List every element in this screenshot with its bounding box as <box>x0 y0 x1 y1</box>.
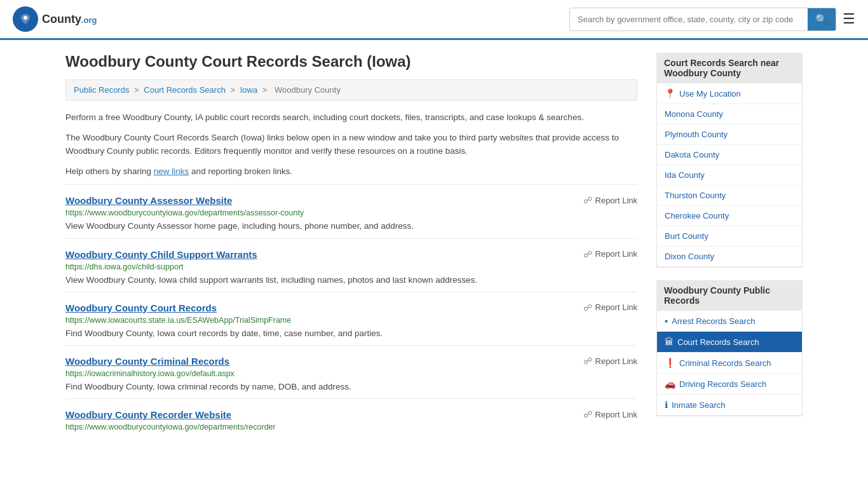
public-record-item-0[interactable]: ▪ Arrest Records Search <box>657 311 802 332</box>
search-input[interactable] <box>570 10 808 29</box>
nearby-counties-list: Monona CountyPlymouth CountyDakota Count… <box>657 104 802 267</box>
description-para3: Help others by sharing new links and rep… <box>65 165 637 179</box>
result-header: Woodbury County Assessor Website ☍ Repor… <box>65 195 637 206</box>
nearby-section: Court Records Search near Woodbury Count… <box>656 53 803 268</box>
public-records-header: Woodbury County Public Records <box>656 280 803 311</box>
nearby-county-6[interactable]: Burt County <box>657 226 802 247</box>
public-record-item-1[interactable]: 🏛 Court Records Search <box>657 332 802 353</box>
result-header: Woodbury County Criminal Records ☍ Repor… <box>65 356 637 367</box>
logo-icon <box>13 6 38 32</box>
result-url-1: https://dhs.iowa.gov/child-support <box>65 262 637 271</box>
report-icon-2: ☍ <box>583 302 592 313</box>
result-url-0: https://www.woodburycountyiowa.gov/depar… <box>65 208 637 217</box>
result-title-1[interactable]: Woodbury County Child Support Warrants <box>65 249 257 260</box>
breadcrumb: Public Records > Court Records Search > … <box>65 79 637 100</box>
menu-button[interactable]: ☰ <box>843 11 855 27</box>
result-title-3[interactable]: Woodbury County Criminal Records <box>65 356 229 367</box>
report-link-4[interactable]: ☍ Report Link <box>583 409 637 419</box>
public-record-item-4[interactable]: ℹ Inmate Search <box>657 395 802 416</box>
result-url-2: https://www.iowacourts.state.ia.us/ESAWe… <box>65 316 637 325</box>
logo-area: County.org <box>13 6 97 32</box>
pub-rec-label-4: Inmate Search <box>672 400 726 410</box>
result-title-2[interactable]: Woodbury County Court Records <box>65 302 217 313</box>
result-url-3: https://iowacriminalhistory.iowa.gov/def… <box>65 369 637 378</box>
pub-rec-label-1: Court Records Search <box>677 337 759 347</box>
report-link-0[interactable]: ☍ Report Link <box>583 195 637 205</box>
logo-text: County.org <box>42 13 97 26</box>
new-links-link[interactable]: new links <box>154 166 189 176</box>
nearby-county-7[interactable]: Dixon County <box>657 247 802 267</box>
result-desc-1: View Woodbury County, Iowa child support… <box>65 274 637 287</box>
public-record-item-2[interactable]: ❗ Criminal Records Search <box>657 353 802 374</box>
public-records-section: Woodbury County Public Records ▪ Arrest … <box>656 280 803 416</box>
result-header: Woodbury County Recorder Website ☍ Repor… <box>65 409 637 420</box>
result-title-4[interactable]: Woodbury County Recorder Website <box>65 409 231 420</box>
report-icon-0: ☍ <box>583 195 592 205</box>
public-records-links: ▪ Arrest Records Search 🏛 Court Records … <box>656 311 803 416</box>
report-icon-3: ☍ <box>583 356 592 366</box>
breadcrumb-public-records[interactable]: Public Records <box>74 85 129 95</box>
nearby-county-2[interactable]: Dakota County <box>657 145 802 165</box>
sidebar: Court Records Search near Woodbury Count… <box>656 53 803 439</box>
nearby-county-0[interactable]: Monona County <box>657 104 802 125</box>
main-container: Woodbury County Court Records Search (Io… <box>53 40 815 452</box>
report-link-3[interactable]: ☍ Report Link <box>583 356 637 366</box>
report-link-1[interactable]: ☍ Report Link <box>583 249 637 259</box>
breadcrumb-current: Woodbury County <box>275 85 341 95</box>
nearby-county-5[interactable]: Cherokee County <box>657 206 802 226</box>
nearby-county-4[interactable]: Thurston County <box>657 186 802 206</box>
content-area: Woodbury County Court Records Search (Io… <box>65 53 637 439</box>
result-item: Woodbury County Recorder Website ☍ Repor… <box>65 398 637 439</box>
nearby-county-1[interactable]: Plymouth County <box>657 125 802 145</box>
result-item: Woodbury County Criminal Records ☍ Repor… <box>65 345 637 398</box>
public-record-item-3[interactable]: 🚗 Driving Records Search <box>657 374 802 395</box>
nearby-header: Court Records Search near Woodbury Count… <box>656 53 803 83</box>
report-icon-1: ☍ <box>583 249 592 259</box>
nearby-links: 📍 Use My Location Monona CountyPlymouth … <box>656 83 803 268</box>
breadcrumb-iowa[interactable]: Iowa <box>240 85 257 95</box>
pub-rec-icon-1: 🏛 <box>665 337 674 347</box>
result-item: Woodbury County Court Records ☍ Report L… <box>65 292 637 345</box>
result-desc-0: View Woodbury County Assessor home page,… <box>65 220 637 233</box>
nearby-county-3[interactable]: Ida County <box>657 165 802 186</box>
use-location-link[interactable]: Use My Location <box>679 89 741 98</box>
search-bar: 🔍 <box>569 8 836 31</box>
pub-rec-label-2: Criminal Records Search <box>679 358 771 368</box>
pub-rec-label-3: Driving Records Search <box>679 379 766 389</box>
search-button[interactable]: 🔍 <box>808 8 836 30</box>
breadcrumb-court-records[interactable]: Court Records Search <box>144 85 226 95</box>
report-icon-4: ☍ <box>583 409 592 419</box>
result-title-0[interactable]: Woodbury County Assessor Website <box>65 195 232 206</box>
pub-rec-icon-2: ❗ <box>665 358 675 368</box>
page-title: Woodbury County Court Records Search (Io… <box>65 53 637 71</box>
logo-org: .org <box>81 15 97 25</box>
result-item: Woodbury County Assessor Website ☍ Repor… <box>65 184 637 238</box>
pub-rec-icon-4: ℹ <box>665 400 668 410</box>
results-list: Woodbury County Assessor Website ☍ Repor… <box>65 184 637 439</box>
header: County.org 🔍 ☰ <box>0 0 868 40</box>
header-right: 🔍 ☰ <box>569 8 855 31</box>
description-para2: The Woodbury County Court Records Search… <box>65 131 637 158</box>
svg-point-1 <box>24 16 27 20</box>
result-item: Woodbury County Child Support Warrants ☍… <box>65 238 637 292</box>
result-desc-2: Find Woodbury County, Iowa court records… <box>65 327 637 340</box>
result-header: Woodbury County Court Records ☍ Report L… <box>65 302 637 313</box>
description-para1: Perform a free Woodbury County, IA publi… <box>65 111 637 125</box>
pub-rec-icon-0: ▪ <box>665 316 668 326</box>
result-desc-3: Find Woodbury County, Iowa criminal reco… <box>65 381 637 393</box>
pin-icon: 📍 <box>665 88 675 98</box>
report-link-2[interactable]: ☍ Report Link <box>583 302 637 313</box>
result-url-4: https://www.woodburycountyiowa.gov/depar… <box>65 423 637 431</box>
public-records-list: ▪ Arrest Records Search 🏛 Court Records … <box>657 311 802 416</box>
pub-rec-icon-3: 🚗 <box>665 379 675 389</box>
result-header: Woodbury County Child Support Warrants ☍… <box>65 249 637 260</box>
pub-rec-label-0: Arrest Records Search <box>672 316 756 326</box>
use-location[interactable]: 📍 Use My Location <box>657 83 802 104</box>
